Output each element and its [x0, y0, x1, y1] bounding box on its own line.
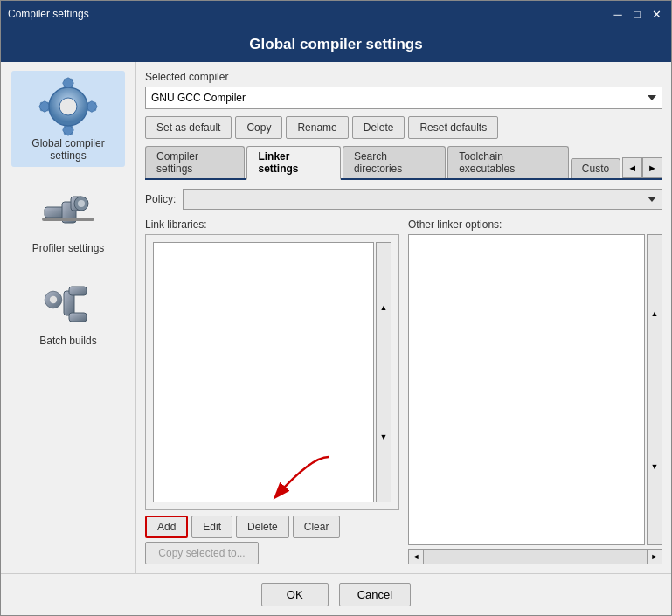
link-libraries-label: Link libraries: [145, 218, 399, 231]
window-title: Compiler settings [8, 8, 89, 20]
copy-selected-row: Copy selected to... [145, 542, 399, 564]
sidebar-item-profiler[interactable]: Profiler settings [11, 176, 125, 260]
link-libraries-actions: Add Edit Delete Clear [145, 516, 399, 538]
svg-point-17 [50, 296, 57, 303]
sidebar: Global compilersettings [1, 62, 136, 573]
main-content: Selected compiler GNU GCC Compiler Set a… [136, 62, 671, 573]
svg-point-9 [59, 98, 77, 115]
close-button[interactable]: ✕ [648, 6, 664, 22]
other-linker-textarea-wrapper: ▲ ▼ [408, 234, 662, 545]
selected-compiler-label: Selected compiler [145, 71, 662, 83]
tab-custom[interactable]: Custo [571, 158, 620, 178]
gear-icon [38, 76, 99, 137]
minimize-button[interactable]: ─ [610, 6, 626, 22]
link-libraries-listbox[interactable] [153, 242, 374, 502]
scroll-up-btn[interactable]: ▲ [377, 243, 391, 372]
delete-button[interactable]: Delete [352, 116, 405, 139]
hscroll-right-btn[interactable]: ► [647, 549, 662, 564]
other-linker-scroll-up[interactable]: ▲ [651, 237, 659, 390]
title-bar: Compiler settings ─ □ ✕ [1, 1, 671, 27]
main-window: Compiler settings ─ □ ✕ Global compiler … [0, 0, 672, 616]
sidebar-global-label: Global compilersettings [31, 137, 104, 162]
other-linker-hscroll: ◄ ► [408, 549, 662, 564]
link-libraries-panel: Link libraries: ▲ ▼ Add Edit [145, 218, 399, 564]
tabs-bar: Compiler settings Linker settings Search… [145, 146, 662, 180]
toolbar-row: Set as default Copy Rename Delete Reset … [145, 116, 662, 139]
compiler-row: GNU GCC Compiler [145, 87, 662, 109]
copy-selected-button[interactable]: Copy selected to... [145, 542, 259, 564]
maximize-button[interactable]: □ [629, 6, 645, 22]
other-linker-scroll-down[interactable]: ▼ [651, 390, 659, 543]
ok-button[interactable]: OK [261, 583, 329, 606]
clear-button[interactable]: Clear [293, 516, 341, 538]
batch-icon [38, 273, 99, 335]
sidebar-batch-label: Batch builds [39, 335, 96, 347]
reset-defaults-button[interactable]: Reset defaults [408, 116, 498, 139]
sidebar-item-global-compiler[interactable]: Global compilersettings [11, 71, 125, 167]
scroll-down-btn[interactable]: ▼ [377, 372, 391, 502]
link-libraries-list-wrapper: ▲ ▼ [153, 242, 391, 502]
link-libraries-box: ▲ ▼ [145, 234, 399, 510]
window-header: Global compiler settings [1, 27, 671, 62]
title-bar-controls: ─ □ ✕ [610, 6, 664, 22]
hscroll-track[interactable] [424, 549, 647, 564]
window-body: Global compilersettings [1, 62, 671, 573]
other-linker-textarea[interactable] [408, 234, 645, 545]
policy-label: Policy: [145, 193, 176, 205]
other-linker-label: Other linker options: [408, 218, 662, 231]
tab-scroll-right[interactable]: ► [642, 157, 662, 178]
delete-action-button[interactable]: Delete [236, 516, 289, 538]
bottom-bar: OK Cancel [1, 573, 671, 615]
svg-rect-20 [69, 313, 87, 322]
compiler-select[interactable]: GNU GCC Compiler [145, 87, 662, 109]
set-as-default-button[interactable]: Set as default [145, 116, 232, 139]
svg-point-14 [78, 200, 85, 207]
edit-button[interactable]: Edit [191, 516, 232, 538]
sidebar-profiler-label: Profiler settings [32, 242, 105, 254]
cancel-button[interactable]: Cancel [339, 583, 411, 606]
svg-rect-15 [42, 218, 94, 221]
panels-row: Link libraries: ▲ ▼ Add Edit [145, 218, 662, 564]
rename-button[interactable]: Rename [286, 116, 348, 139]
profiler-icon [38, 181, 99, 242]
tab-linker-settings[interactable]: Linker settings [246, 146, 340, 180]
policy-select[interactable] [183, 189, 662, 210]
window-header-title: Global compiler settings [249, 36, 422, 52]
tab-scroll-left[interactable]: ◄ [622, 157, 642, 178]
other-linker-vscrollbar: ▲ ▼ [647, 234, 662, 545]
link-libraries-scrollbar: ▲ ▼ [376, 242, 391, 502]
copy-button[interactable]: Copy [235, 116, 282, 139]
policy-row: Policy: [145, 189, 662, 210]
tab-toolchain-executables[interactable]: Toolchain executables [447, 146, 569, 178]
sidebar-item-batch[interactable]: Batch builds [11, 268, 125, 352]
tab-search-directories[interactable]: Search directories [343, 146, 446, 178]
tab-compiler-settings[interactable]: Compiler settings [145, 146, 245, 178]
add-button[interactable]: Add [145, 516, 188, 538]
other-linker-panel: Other linker options: ▲ ▼ ◄ ► [408, 218, 662, 564]
hscroll-left-btn[interactable]: ◄ [408, 549, 424, 564]
svg-rect-19 [69, 287, 87, 295]
